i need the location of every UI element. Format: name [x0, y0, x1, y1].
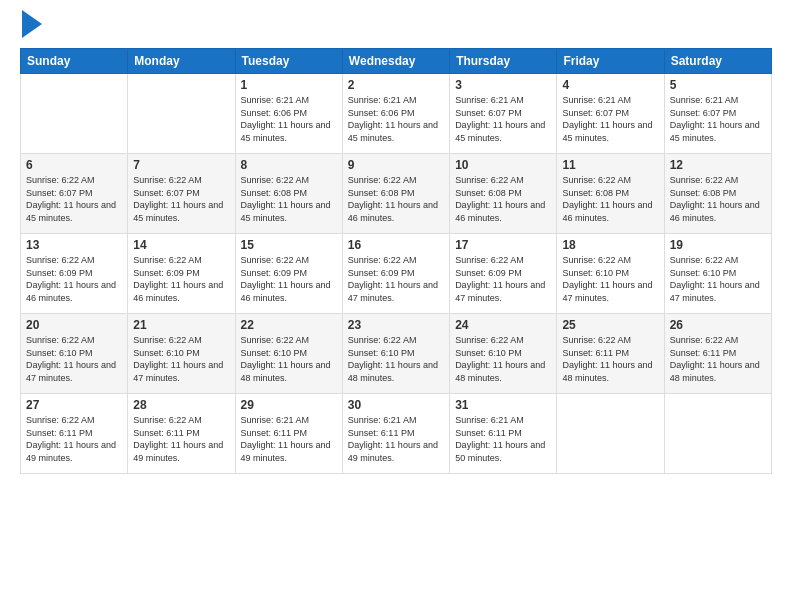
cell-details: Sunrise: 6:22 AM Sunset: 6:10 PM Dayligh…: [241, 334, 337, 384]
calendar-header-wednesday: Wednesday: [342, 49, 449, 74]
calendar-cell: 16Sunrise: 6:22 AM Sunset: 6:09 PM Dayli…: [342, 234, 449, 314]
day-number: 23: [348, 318, 444, 332]
cell-details: Sunrise: 6:22 AM Sunset: 6:09 PM Dayligh…: [133, 254, 229, 304]
day-number: 20: [26, 318, 122, 332]
day-number: 28: [133, 398, 229, 412]
calendar-header-tuesday: Tuesday: [235, 49, 342, 74]
day-number: 27: [26, 398, 122, 412]
cell-details: Sunrise: 6:22 AM Sunset: 6:08 PM Dayligh…: [348, 174, 444, 224]
day-number: 4: [562, 78, 658, 92]
cell-details: Sunrise: 6:22 AM Sunset: 6:10 PM Dayligh…: [562, 254, 658, 304]
cell-details: Sunrise: 6:22 AM Sunset: 6:11 PM Dayligh…: [133, 414, 229, 464]
cell-details: Sunrise: 6:22 AM Sunset: 6:11 PM Dayligh…: [26, 414, 122, 464]
calendar-cell: 2Sunrise: 6:21 AM Sunset: 6:06 PM Daylig…: [342, 74, 449, 154]
day-number: 15: [241, 238, 337, 252]
cell-details: Sunrise: 6:21 AM Sunset: 6:06 PM Dayligh…: [348, 94, 444, 144]
cell-details: Sunrise: 6:21 AM Sunset: 6:07 PM Dayligh…: [455, 94, 551, 144]
calendar-header-sunday: Sunday: [21, 49, 128, 74]
cell-details: Sunrise: 6:22 AM Sunset: 6:10 PM Dayligh…: [348, 334, 444, 384]
cell-details: Sunrise: 6:21 AM Sunset: 6:11 PM Dayligh…: [241, 414, 337, 464]
day-number: 3: [455, 78, 551, 92]
calendar-cell: 28Sunrise: 6:22 AM Sunset: 6:11 PM Dayli…: [128, 394, 235, 474]
calendar-cell: 26Sunrise: 6:22 AM Sunset: 6:11 PM Dayli…: [664, 314, 771, 394]
calendar-cell: 20Sunrise: 6:22 AM Sunset: 6:10 PM Dayli…: [21, 314, 128, 394]
day-number: 21: [133, 318, 229, 332]
day-number: 16: [348, 238, 444, 252]
day-number: 29: [241, 398, 337, 412]
calendar-header-thursday: Thursday: [450, 49, 557, 74]
calendar-week-row: 27Sunrise: 6:22 AM Sunset: 6:11 PM Dayli…: [21, 394, 772, 474]
day-number: 25: [562, 318, 658, 332]
cell-details: Sunrise: 6:21 AM Sunset: 6:07 PM Dayligh…: [562, 94, 658, 144]
calendar-cell: 19Sunrise: 6:22 AM Sunset: 6:10 PM Dayli…: [664, 234, 771, 314]
calendar-cell: 1Sunrise: 6:21 AM Sunset: 6:06 PM Daylig…: [235, 74, 342, 154]
day-number: 18: [562, 238, 658, 252]
calendar-cell: 21Sunrise: 6:22 AM Sunset: 6:10 PM Dayli…: [128, 314, 235, 394]
cell-details: Sunrise: 6:22 AM Sunset: 6:10 PM Dayligh…: [133, 334, 229, 384]
calendar-cell: 13Sunrise: 6:22 AM Sunset: 6:09 PM Dayli…: [21, 234, 128, 314]
calendar-cell: 29Sunrise: 6:21 AM Sunset: 6:11 PM Dayli…: [235, 394, 342, 474]
calendar-cell: 12Sunrise: 6:22 AM Sunset: 6:08 PM Dayli…: [664, 154, 771, 234]
day-number: 8: [241, 158, 337, 172]
day-number: 10: [455, 158, 551, 172]
calendar-week-row: 20Sunrise: 6:22 AM Sunset: 6:10 PM Dayli…: [21, 314, 772, 394]
calendar-week-row: 6Sunrise: 6:22 AM Sunset: 6:07 PM Daylig…: [21, 154, 772, 234]
cell-details: Sunrise: 6:21 AM Sunset: 6:11 PM Dayligh…: [455, 414, 551, 464]
calendar-week-row: 13Sunrise: 6:22 AM Sunset: 6:09 PM Dayli…: [21, 234, 772, 314]
day-number: 17: [455, 238, 551, 252]
cell-details: Sunrise: 6:22 AM Sunset: 6:09 PM Dayligh…: [241, 254, 337, 304]
calendar-cell: 24Sunrise: 6:22 AM Sunset: 6:10 PM Dayli…: [450, 314, 557, 394]
day-number: 26: [670, 318, 766, 332]
cell-details: Sunrise: 6:22 AM Sunset: 6:08 PM Dayligh…: [241, 174, 337, 224]
calendar-cell: [128, 74, 235, 154]
day-number: 13: [26, 238, 122, 252]
cell-details: Sunrise: 6:22 AM Sunset: 6:08 PM Dayligh…: [562, 174, 658, 224]
calendar-cell: 5Sunrise: 6:21 AM Sunset: 6:07 PM Daylig…: [664, 74, 771, 154]
day-number: 19: [670, 238, 766, 252]
calendar-cell: 10Sunrise: 6:22 AM Sunset: 6:08 PM Dayli…: [450, 154, 557, 234]
calendar-cell: 4Sunrise: 6:21 AM Sunset: 6:07 PM Daylig…: [557, 74, 664, 154]
calendar-cell: 14Sunrise: 6:22 AM Sunset: 6:09 PM Dayli…: [128, 234, 235, 314]
cell-details: Sunrise: 6:22 AM Sunset: 6:07 PM Dayligh…: [26, 174, 122, 224]
calendar-cell: 22Sunrise: 6:22 AM Sunset: 6:10 PM Dayli…: [235, 314, 342, 394]
cell-details: Sunrise: 6:21 AM Sunset: 6:07 PM Dayligh…: [670, 94, 766, 144]
calendar-cell: 9Sunrise: 6:22 AM Sunset: 6:08 PM Daylig…: [342, 154, 449, 234]
calendar-cell: 7Sunrise: 6:22 AM Sunset: 6:07 PM Daylig…: [128, 154, 235, 234]
day-number: 24: [455, 318, 551, 332]
page: SundayMondayTuesdayWednesdayThursdayFrid…: [0, 0, 792, 612]
header: [20, 15, 772, 38]
calendar-cell: 18Sunrise: 6:22 AM Sunset: 6:10 PM Dayli…: [557, 234, 664, 314]
calendar-cell: [21, 74, 128, 154]
calendar-cell: 30Sunrise: 6:21 AM Sunset: 6:11 PM Dayli…: [342, 394, 449, 474]
cell-details: Sunrise: 6:22 AM Sunset: 6:10 PM Dayligh…: [670, 254, 766, 304]
calendar-cell: [557, 394, 664, 474]
calendar-cell: 27Sunrise: 6:22 AM Sunset: 6:11 PM Dayli…: [21, 394, 128, 474]
calendar-cell: [664, 394, 771, 474]
calendar-header-monday: Monday: [128, 49, 235, 74]
cell-details: Sunrise: 6:22 AM Sunset: 6:11 PM Dayligh…: [562, 334, 658, 384]
day-number: 30: [348, 398, 444, 412]
calendar-header-row: SundayMondayTuesdayWednesdayThursdayFrid…: [21, 49, 772, 74]
calendar-cell: 15Sunrise: 6:22 AM Sunset: 6:09 PM Dayli…: [235, 234, 342, 314]
calendar-week-row: 1Sunrise: 6:21 AM Sunset: 6:06 PM Daylig…: [21, 74, 772, 154]
day-number: 9: [348, 158, 444, 172]
cell-details: Sunrise: 6:21 AM Sunset: 6:11 PM Dayligh…: [348, 414, 444, 464]
logo: [20, 15, 42, 38]
day-number: 1: [241, 78, 337, 92]
calendar-header-saturday: Saturday: [664, 49, 771, 74]
calendar-header-friday: Friday: [557, 49, 664, 74]
calendar-cell: 23Sunrise: 6:22 AM Sunset: 6:10 PM Dayli…: [342, 314, 449, 394]
day-number: 31: [455, 398, 551, 412]
cell-details: Sunrise: 6:22 AM Sunset: 6:09 PM Dayligh…: [26, 254, 122, 304]
calendar-cell: 11Sunrise: 6:22 AM Sunset: 6:08 PM Dayli…: [557, 154, 664, 234]
svg-marker-0: [22, 10, 42, 38]
cell-details: Sunrise: 6:22 AM Sunset: 6:07 PM Dayligh…: [133, 174, 229, 224]
calendar-cell: 17Sunrise: 6:22 AM Sunset: 6:09 PM Dayli…: [450, 234, 557, 314]
day-number: 7: [133, 158, 229, 172]
cell-details: Sunrise: 6:22 AM Sunset: 6:09 PM Dayligh…: [348, 254, 444, 304]
day-number: 6: [26, 158, 122, 172]
cell-details: Sunrise: 6:21 AM Sunset: 6:06 PM Dayligh…: [241, 94, 337, 144]
logo-icon: [22, 10, 42, 38]
cell-details: Sunrise: 6:22 AM Sunset: 6:09 PM Dayligh…: [455, 254, 551, 304]
cell-details: Sunrise: 6:22 AM Sunset: 6:08 PM Dayligh…: [670, 174, 766, 224]
